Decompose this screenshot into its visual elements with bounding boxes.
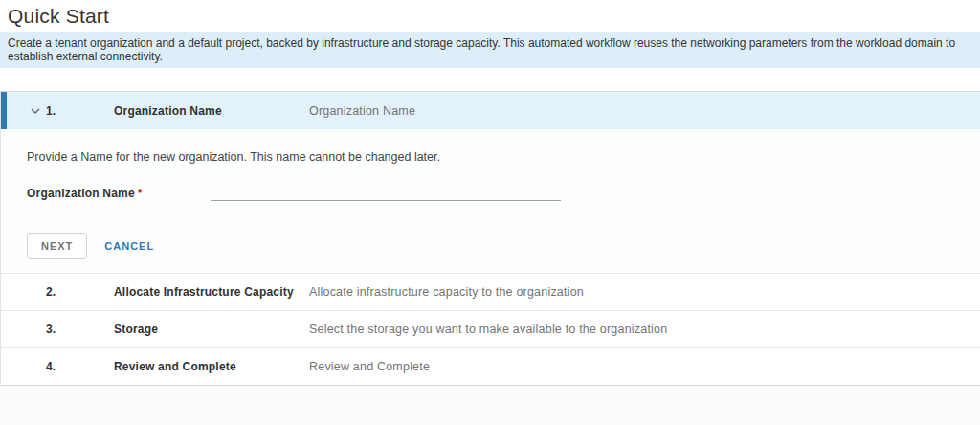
step-description: Organization Name <box>309 104 415 118</box>
required-asterisk: * <box>138 187 143 200</box>
organization-name-input[interactable] <box>211 175 561 201</box>
step-number: 1. <box>46 104 114 118</box>
step1-panel: Provide a Name for the new organization.… <box>1 129 980 273</box>
next-button[interactable]: NEXT <box>27 233 87 259</box>
step1-buttons: NEXT CANCEL <box>27 233 154 259</box>
info-banner-text: Create a tenant organization and a defau… <box>8 36 980 63</box>
active-step-accent-bar <box>1 92 7 129</box>
step-header-storage[interactable]: 3. Storage Select the storage you want t… <box>1 310 980 347</box>
step-title: Review and Complete <box>114 360 309 373</box>
quick-start-wizard: 1. Organization Name Organization Name P… <box>0 91 980 386</box>
step-number: 2. <box>46 285 114 299</box>
step-title: Storage <box>114 323 309 336</box>
step-description: Select the storage you want to make avai… <box>309 323 667 336</box>
step-description: Review and Complete <box>309 360 430 373</box>
organization-name-label: Organization Name* <box>27 187 143 200</box>
chevron-down-icon[interactable] <box>30 105 46 117</box>
info-banner: Create a tenant organization and a defau… <box>0 32 980 68</box>
step-description: Allocate infrastructure capacity to the … <box>309 285 584 299</box>
step1-instruction: Provide a Name for the new organization.… <box>27 150 440 164</box>
step-title: Allocate Infrastructure Capacity <box>114 285 309 299</box>
step-title: Organization Name <box>114 104 309 118</box>
step-number: 4. <box>46 360 114 373</box>
step-number: 3. <box>46 323 114 336</box>
step-header-organization-name[interactable]: 1. Organization Name Organization Name <box>1 92 980 129</box>
cancel-button[interactable]: CANCEL <box>104 240 154 252</box>
page-header: Quick Start Create a tenant organization… <box>0 0 980 91</box>
step-header-review-and-complete[interactable]: 4. Review and Complete Review and Comple… <box>1 347 980 385</box>
step-header-allocate-infrastructure-capacity[interactable]: 2. Allocate Infrastructure Capacity Allo… <box>1 273 980 310</box>
page-title: Quick Start <box>0 0 980 32</box>
